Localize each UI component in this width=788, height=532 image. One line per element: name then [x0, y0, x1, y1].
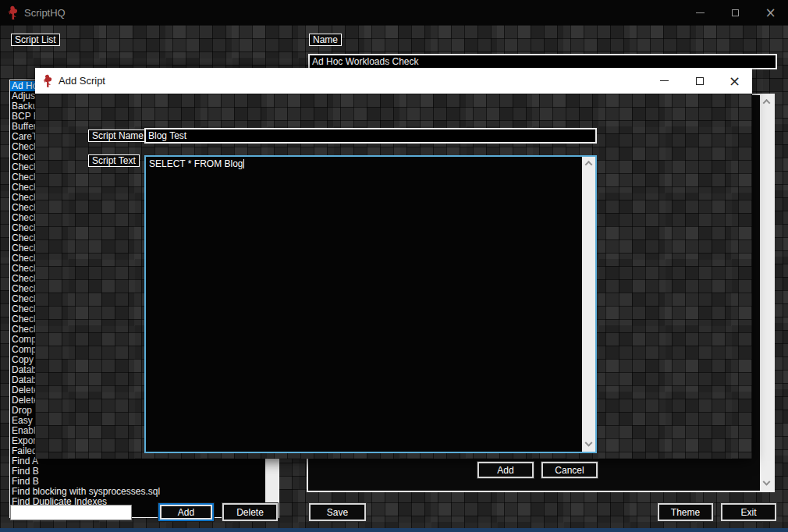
list-item[interactable]: Find B — [10, 477, 265, 487]
add-button[interactable]: Add — [158, 503, 214, 521]
script-text-area[interactable]: SELECT * FROM Blog — [144, 155, 597, 453]
new-script-name-input[interactable] — [10, 505, 132, 520]
close-icon: × — [729, 74, 740, 88]
minimize-button[interactable] — [683, 0, 718, 25]
name-field[interactable] — [308, 54, 777, 69]
minimize-icon — [660, 80, 669, 81]
list-item[interactable]: Find B — [10, 466, 265, 477]
script-text-scrollbar[interactable] — [582, 157, 595, 452]
maximize-button[interactable] — [718, 0, 753, 25]
scroll-down-arrow-icon[interactable] — [760, 477, 773, 491]
exit-button[interactable]: Exit — [721, 503, 776, 521]
scripthq-window: ScriptHQ × Script List Ad Hoc Workloads … — [0, 0, 788, 532]
window-bottom-edge — [0, 528, 788, 532]
list-item[interactable]: Find blocking with sysprocesses.sql — [10, 487, 265, 497]
scroll-up-arrow-icon[interactable] — [760, 95, 773, 108]
dialog-close-button[interactable]: × — [717, 68, 752, 94]
add-script-dialog: Add Script × Script Name Script Text SEL… — [35, 68, 752, 459]
delete-button[interactable]: Delete — [222, 503, 278, 521]
dialog-add-button[interactable]: Add — [477, 462, 534, 478]
save-button[interactable]: Save — [309, 503, 366, 521]
script-name-field[interactable] — [144, 128, 597, 144]
liver-bird-logo-icon — [8, 5, 18, 20]
dialog-body: Script Name Script Text SELECT * FROM Bl… — [35, 94, 752, 459]
theme-button[interactable]: Theme — [658, 503, 713, 521]
script-text-label: Script Text — [88, 154, 140, 167]
dialog-window-controls: × — [647, 68, 752, 94]
script-content-scrollbar[interactable] — [760, 95, 773, 491]
main-window-controls: × — [683, 0, 788, 25]
dialog-titlebar[interactable]: Add Script × — [35, 68, 752, 94]
scroll-down-arrow-icon[interactable] — [582, 438, 595, 452]
minimize-icon — [696, 12, 705, 13]
close-icon: × — [765, 6, 776, 20]
script-text-content: SELECT * FROM Blog — [149, 158, 243, 169]
dialog-title: Add Script — [59, 75, 105, 87]
main-titlebar: ScriptHQ × — [0, 0, 788, 25]
name-label: Name — [309, 34, 342, 46]
liver-bird-logo-icon — [43, 74, 52, 87]
script-name-label: Script Name — [88, 129, 147, 142]
dialog-maximize-button[interactable] — [682, 68, 717, 94]
script-list-label: Script List — [11, 34, 60, 46]
text-caret — [243, 159, 244, 168]
dialog-cancel-button[interactable]: Cancel — [541, 462, 598, 478]
maximize-icon — [696, 77, 704, 85]
dialog-minimize-button[interactable] — [647, 68, 682, 94]
maximize-icon — [732, 9, 739, 16]
scroll-up-arrow-icon[interactable] — [582, 157, 595, 170]
main-window-title: ScriptHQ — [24, 7, 66, 19]
close-button[interactable]: × — [753, 0, 788, 25]
